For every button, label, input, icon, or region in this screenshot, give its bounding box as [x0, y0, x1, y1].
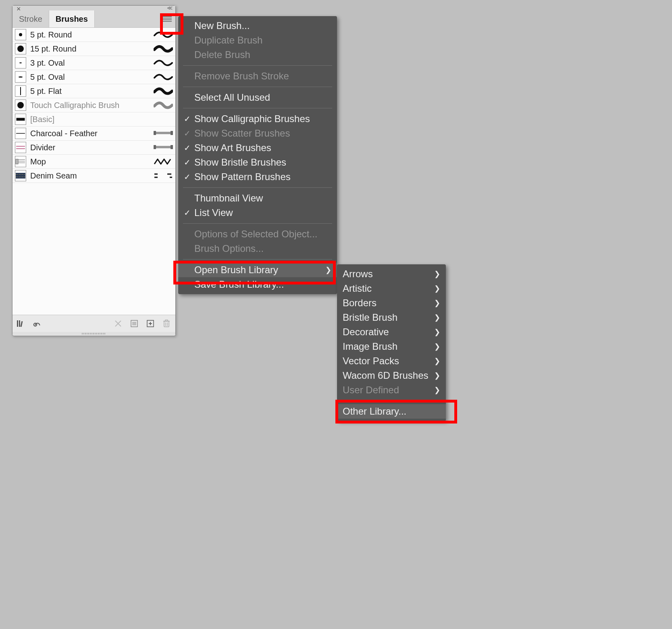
svg-point-3	[19, 76, 23, 77]
panel-flyout-menu: New Brush... Duplicate Brush Delete Brus…	[178, 16, 337, 294]
chevron-right-icon: ❯	[434, 313, 440, 322]
menu-item-label: List View	[194, 207, 331, 218]
svg-point-2	[19, 62, 22, 64]
brush-swatch-icon	[15, 57, 26, 69]
menu-item-label: Delete Brush	[194, 49, 331, 60]
brush-swatch-icon	[15, 71, 26, 83]
menu-separator	[183, 259, 332, 259]
chevron-right-icon: ❯	[434, 299, 440, 307]
menu-item-label: Show Scatter Brushes	[194, 128, 331, 139]
submenu-item-label: Vector Packs	[343, 355, 434, 367]
svg-point-0	[19, 33, 22, 36]
brush-row[interactable]: 15 pt. Round	[12, 42, 175, 56]
tab-brushes[interactable]: Brushes	[49, 10, 95, 27]
check-icon: ✓	[184, 158, 194, 167]
svg-rect-19	[17, 320, 18, 327]
brush-row[interactable]: Mop	[12, 155, 175, 169]
chevron-right-icon: ❯	[434, 386, 440, 394]
brush-row[interactable]: 5 pt. Oval	[12, 70, 175, 84]
panel-footer	[12, 315, 175, 332]
menu-separator	[183, 223, 332, 224]
brush-row[interactable]: [Basic]	[12, 112, 175, 127]
brush-library-submenu: Arrows ❯Artistic ❯Borders ❯Bristle Brush…	[337, 264, 446, 421]
submenu-item-label: Bristle Brush	[343, 312, 434, 323]
submenu-item[interactable]: Image Brush ❯	[337, 339, 446, 354]
brush-row[interactable]: Charcoal - Feather	[12, 127, 175, 141]
check-icon: ✓	[184, 114, 194, 124]
submenu-item[interactable]: Arrows ❯	[337, 267, 446, 281]
submenu-item-other-library[interactable]: Other Library...	[337, 404, 446, 419]
submenu-item[interactable]: Decorative ❯	[337, 325, 446, 339]
close-icon[interactable]: ×	[17, 5, 21, 13]
submenu-item-label: Image Brush	[343, 341, 434, 352]
brush-row[interactable]: 5 pt. Flat	[12, 84, 175, 98]
options-icon[interactable]	[129, 319, 139, 328]
brush-preview-icon	[154, 44, 173, 54]
submenu-item-label: Arrows	[343, 268, 434, 280]
brush-row[interactable]: Divider	[12, 141, 175, 155]
menu-item: Options of Selected Object...	[178, 227, 337, 241]
brush-row[interactable]: Touch Calligraphic Brush	[12, 98, 175, 112]
brush-row[interactable]: Denim Seam	[12, 169, 175, 183]
panel-menu-button[interactable]	[159, 10, 175, 27]
brush-name: Charcoal - Feather	[30, 129, 154, 138]
brush-preview-icon	[154, 72, 173, 82]
submenu-item[interactable]: Wacom 6D Brushes ❯	[337, 368, 446, 383]
svg-rect-36	[165, 320, 168, 321]
brush-preview-icon	[154, 100, 173, 110]
menu-item[interactable]: Save Brush Library...	[178, 277, 337, 292]
submenu-item: User Defined ❯	[337, 383, 446, 397]
menu-item-label: Duplicate Brush	[194, 35, 331, 46]
brush-list: 5 pt. Round 15 pt. Round 3 pt. Oval 5 pt…	[12, 28, 175, 315]
svg-rect-9	[155, 132, 171, 134]
chevron-right-icon: ❯	[434, 342, 440, 351]
submenu-item[interactable]: Borders ❯	[337, 296, 446, 310]
svg-rect-17	[16, 159, 18, 164]
menu-item[interactable]: Open Brush Library ❯	[178, 263, 337, 277]
menu-item[interactable]: ✓ Show Bristle Brushes	[178, 155, 337, 170]
remove-stroke-icon[interactable]	[113, 319, 123, 328]
cc-libraries-icon[interactable]	[33, 319, 42, 328]
hamburger-icon	[163, 16, 172, 22]
brush-name: Touch Calligraphic Brush	[30, 101, 154, 110]
submenu-item-label: Other Library...	[343, 406, 440, 417]
brush-preview-icon	[154, 129, 173, 138]
collapse-icon[interactable]: <<	[167, 5, 171, 11]
menu-item[interactable]: ✓ List View	[178, 206, 337, 220]
submenu-item[interactable]: Vector Packs ❯	[337, 354, 446, 368]
brush-name: Divider	[30, 143, 154, 152]
brush-preview-icon	[154, 171, 173, 181]
resize-grip[interactable]	[12, 332, 175, 335]
menu-item[interactable]: ✓ Show Art Brushes	[178, 141, 337, 155]
submenu-item[interactable]: Artistic ❯	[337, 281, 446, 296]
menu-item-label: Show Art Brushes	[194, 142, 331, 154]
svg-rect-4	[20, 87, 21, 95]
menu-item-label: Show Calligraphic Brushes	[194, 113, 331, 125]
menu-item[interactable]: ✓ Show Calligraphic Brushes	[178, 112, 337, 126]
menu-separator	[183, 108, 332, 108]
brush-row[interactable]: 5 pt. Round	[12, 28, 175, 42]
chevron-right-icon: ❯	[434, 328, 440, 336]
libraries-icon[interactable]	[17, 319, 26, 328]
svg-rect-16	[171, 145, 173, 149]
brush-name: 5 pt. Round	[30, 30, 154, 39]
menu-item-label: Show Pattern Brushes	[194, 171, 331, 183]
submenu-item-label: Wacom 6D Brushes	[343, 370, 434, 381]
menu-item: Duplicate Brush	[178, 33, 337, 48]
brush-name: 5 pt. Flat	[30, 87, 154, 96]
brush-swatch-icon	[15, 85, 26, 97]
submenu-item[interactable]: Bristle Brush ❯	[337, 310, 446, 325]
svg-rect-20	[19, 320, 20, 327]
new-brush-icon[interactable]	[146, 319, 155, 328]
chevron-right-icon: ❯	[434, 270, 440, 278]
svg-rect-15	[154, 145, 156, 149]
menu-item: Delete Brush	[178, 48, 337, 62]
menu-item[interactable]: New Brush...	[178, 19, 337, 33]
menu-item[interactable]: Select All Unused	[178, 90, 337, 105]
brush-row[interactable]: 3 pt. Oval	[12, 56, 175, 70]
menu-item[interactable]: ✓ Show Pattern Brushes	[178, 170, 337, 184]
svg-rect-10	[154, 131, 156, 135]
trash-icon[interactable]	[162, 319, 171, 328]
brush-preview-icon	[154, 143, 173, 152]
menu-item[interactable]: Thumbnail View	[178, 191, 337, 206]
